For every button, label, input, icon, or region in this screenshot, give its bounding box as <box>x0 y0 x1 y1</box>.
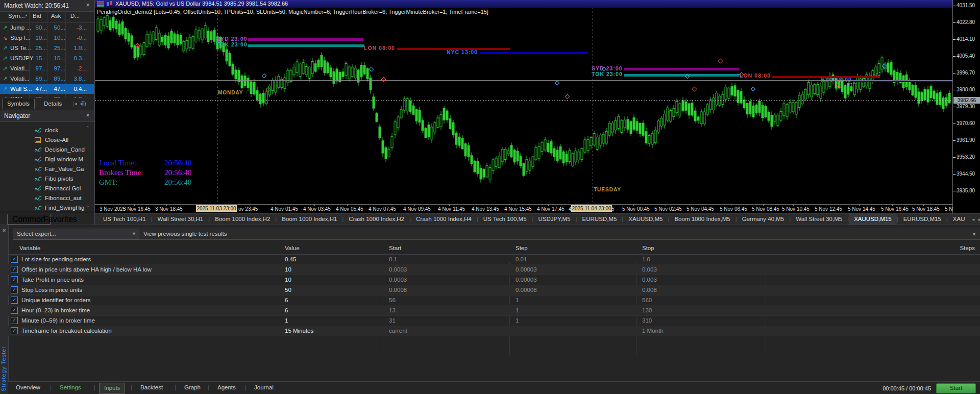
chart-tab-crash-1000-index-h4[interactable]: Crash 1000 Index,H4 <box>411 214 477 225</box>
chart-tab-xauusd-m5[interactable]: XAUUSD,M5 <box>623 214 668 225</box>
row-checkbox[interactable]: ✓ <box>11 297 18 304</box>
chart-tab-us-tech-100-m5[interactable]: US Tech 100,M5 <box>478 214 532 225</box>
market-watch-row[interactable]: ↗Volati...97...97...-2... <box>0 63 94 73</box>
column-stop[interactable]: Stop <box>642 245 654 251</box>
column-step[interactable]: Step <box>516 245 528 251</box>
row-checkbox[interactable]: ✓ <box>11 327 18 334</box>
variable-stop[interactable]: 130 <box>642 305 652 315</box>
input-row[interactable]: ✓Hour (0–23) in broker time6131130 <box>8 305 980 316</box>
scroll-left-icon[interactable]: ◂ <box>972 217 974 222</box>
close-icon[interactable]: × <box>1 227 8 234</box>
variable-start[interactable]: 0.0003 <box>389 264 407 275</box>
variable-value[interactable]: 10 <box>285 275 291 285</box>
row-checkbox[interactable]: ✓ <box>11 307 18 314</box>
market-watch-row[interactable]: ↗Volati...89...89...3.8... <box>0 73 94 84</box>
navigator-item-clock[interactable]: clock <box>0 126 94 135</box>
chart-caption-bar[interactable]: XAUUSD, M15: Gold vs US Dollar 3984.51 3… <box>95 0 952 8</box>
market-watch-row[interactable]: ↗USDJPY15...15...0.3... <box>0 53 94 63</box>
column-start[interactable]: Start <box>389 245 401 251</box>
input-row[interactable]: ✓Lot size for pending orders0.450.10.011… <box>8 254 980 265</box>
view-results-bar[interactable]: View previous single test results ▼ <box>139 229 980 240</box>
expert-select-dropdown[interactable]: Select expert... ▼ <box>13 229 140 240</box>
variable-stop[interactable]: 0.003 <box>642 264 657 275</box>
input-row[interactable]: ✓Stop Loss in price units500.00080.00008… <box>8 285 980 296</box>
scroll-left-icon[interactable]: ◂ <box>75 101 79 106</box>
variable-value[interactable]: 6 <box>285 305 288 315</box>
start-button[interactable]: Start <box>936 383 976 393</box>
scroll-down-icon[interactable]: ⌄ <box>86 203 90 208</box>
variable-stop[interactable]: 560 <box>642 295 652 305</box>
tab-symbols[interactable]: Symbols <box>2 99 35 109</box>
column-symbol[interactable]: Sym... <box>8 13 25 19</box>
variable-start[interactable]: 0.0008 <box>389 285 407 295</box>
tester-tab-overview[interactable]: Overview <box>11 383 45 392</box>
chart-tab-boom-1000-index-m5[interactable]: Boom 1000 Index,M5 <box>669 214 735 225</box>
column-change[interactable]: D... <box>70 13 80 19</box>
variable-value[interactable]: 6 <box>285 295 288 305</box>
close-icon[interactable]: × <box>84 2 91 9</box>
row-checkbox[interactable]: ✓ <box>11 256 18 263</box>
variable-stop[interactable]: 1 Month <box>642 326 664 336</box>
navigator-item-fibonacci-gol[interactable]: Fibonacci Gol <box>0 184 94 193</box>
price-axis[interactable]: 4031.504022.804014.104005.403996.703988.… <box>952 0 980 213</box>
variable-start[interactable]: current <box>389 326 407 336</box>
market-watch-row[interactable]: ↗US Te...25...25...1.0... <box>0 43 94 53</box>
time-axis[interactable]: 3 Nov 20253 Nov 16:453 Nov 18:45ov 23:45… <box>95 204 952 214</box>
row-checkbox[interactable]: ✓ <box>11 286 18 293</box>
navigator-item-close-all[interactable]: Close-All <box>0 135 94 145</box>
chart-tab-wall-street-30-h1[interactable]: Wall Street 30,H1 <box>153 214 209 225</box>
market-watch-row[interactable]: ↗Jump ...50...50...-3... <box>0 22 94 33</box>
variable-step[interactable]: 0.00003 <box>516 275 537 285</box>
tester-tab-settings[interactable]: Settings <box>55 383 86 392</box>
tester-tab-backtest[interactable]: Backtest <box>136 383 167 392</box>
chart-window[interactable]: XAUUSD, M15: Gold vs US Dollar 3984.51 3… <box>95 0 980 213</box>
row-checkbox[interactable]: ✓ <box>11 276 18 283</box>
row-checkbox[interactable]: ✓ <box>11 317 18 324</box>
market-watch-row[interactable]: ↗XAU...39...39...1.2... <box>0 94 94 98</box>
variable-start[interactable]: 56 <box>389 295 396 305</box>
scroll-up-icon[interactable]: ⌃ <box>86 126 90 131</box>
column-variable[interactable]: Variable <box>19 245 40 251</box>
tester-tab-graph[interactable]: Graph <box>180 383 205 392</box>
navigator-item-decision-cand[interactable]: Decision_Cand <box>0 145 94 155</box>
chart-tab-boom-1000-index-h1[interactable]: Boom 1000 Index,H1 <box>277 214 342 225</box>
chart-tab-crash-1000-index-h2[interactable]: Crash 1000 Index,H2 <box>344 214 409 225</box>
tab-details[interactable]: Details <box>39 99 66 109</box>
variable-stop[interactable]: 1.0 <box>642 254 650 264</box>
tab-favorites[interactable]: Favorites <box>39 214 82 224</box>
variable-start[interactable]: 31 <box>389 315 396 326</box>
variable-stop[interactable]: 0.008 <box>642 285 657 295</box>
navigator-item-find-swinghig[interactable]: Find_SwingHig <box>0 203 94 211</box>
chart-tab-xauusd-m15[interactable]: XAUUSD,M15 <box>849 214 897 225</box>
scroll-right-icon[interactable]: ▸ <box>81 101 85 106</box>
chart-tab-germany-40-m5[interactable]: Germany 40,M5 <box>737 214 789 225</box>
tester-tab-inputs[interactable]: Inputs <box>99 383 125 393</box>
chart-tab-usdjpy-m5[interactable]: USDJPY,M5 <box>533 214 576 225</box>
input-row[interactable]: ✓Offset in price units above HA high / b… <box>8 264 980 275</box>
sort-ascending-icon[interactable]: ▲ <box>24 13 28 17</box>
input-row[interactable]: ✓Unique identifier for orders6561560 <box>8 295 980 306</box>
column-value[interactable]: Value <box>285 245 300 251</box>
close-icon[interactable]: × <box>84 112 91 119</box>
variable-value[interactable]: 50 <box>285 285 291 295</box>
chart-tab-eurusd-m5[interactable]: EURUSD,M5 <box>577 214 622 225</box>
market-watch-row[interactable]: ↘Step I...10...10...-0... <box>0 33 94 43</box>
variable-start[interactable]: 0.0003 <box>389 275 407 285</box>
variable-stop[interactable]: 310 <box>642 315 652 326</box>
chart-tab-eurusd-m15[interactable]: EURUSD,M15 <box>898 214 946 225</box>
variable-step[interactable]: 1 <box>516 305 519 315</box>
variable-step[interactable]: 0.01 <box>516 254 527 264</box>
variable-value[interactable]: 15 Minutes <box>285 326 313 336</box>
column-bid[interactable]: Bid <box>33 13 41 19</box>
column-ask[interactable]: Ask <box>51 13 61 19</box>
variable-value[interactable]: 1 <box>285 315 288 326</box>
input-row[interactable]: ✓Minute (0–59) in broker time1311310 <box>8 315 980 326</box>
navigator-item-fair-value-ga[interactable]: Fair_Value_Ga <box>0 164 94 174</box>
navigator-item-digi-window-m[interactable]: Digi-window M <box>0 155 94 164</box>
input-row[interactable]: ✓Timeframe for breakout calculation15 Mi… <box>8 326 980 336</box>
variable-value[interactable]: 0.45 <box>285 254 296 264</box>
variable-stop[interactable]: 0.003 <box>642 275 657 285</box>
tester-tab-journal[interactable]: Journal <box>250 383 278 392</box>
column-steps[interactable]: Steps <box>960 245 975 251</box>
indicator-list-icon[interactable] <box>97 1 104 7</box>
